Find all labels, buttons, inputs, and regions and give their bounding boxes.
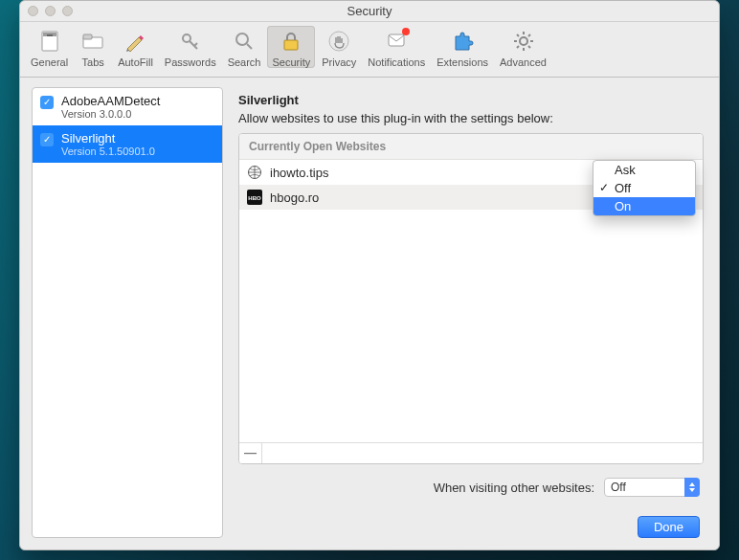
minimize-window-icon[interactable] (45, 6, 56, 16)
plugin-row-silverlight[interactable]: ✓ Silverlight Version 5.1.50901.0 (33, 125, 222, 163)
svg-point-5 (183, 34, 190, 42)
site-name: ihowto.tips (270, 166, 611, 180)
general-icon (36, 28, 63, 55)
dropdown-option-off[interactable]: ✓ Off (593, 179, 695, 197)
gear-icon (510, 28, 537, 55)
tab-passwords[interactable]: Passwords (160, 26, 221, 68)
hand-icon (325, 28, 352, 55)
plugin-checkbox[interactable]: ✓ (40, 133, 54, 146)
globe-icon (247, 165, 262, 180)
svg-text:HBO: HBO (248, 195, 261, 201)
tab-advanced[interactable]: Advanced (495, 26, 551, 68)
done-row: Done (238, 497, 704, 538)
close-window-icon[interactable] (28, 6, 38, 16)
search-icon (231, 28, 258, 55)
tab-autofill[interactable]: AutoFill (113, 26, 158, 68)
tab-privacy[interactable]: Privacy (317, 26, 361, 68)
puzzle-icon (449, 28, 476, 55)
other-websites-select[interactable]: Off (604, 478, 700, 497)
plugin-list[interactable]: ✓ AdobeAAMDetect Version 3.0.0.0 ✓ Silve… (32, 87, 223, 538)
permission-dropdown[interactable]: Ask ✓ Off On (593, 160, 696, 216)
check-icon: ✓ (599, 181, 609, 194)
plugin-name: Silverlight (61, 131, 155, 146)
tab-notifications[interactable]: Notifications (363, 26, 430, 68)
svg-point-6 (236, 34, 248, 45)
tab-extensions[interactable]: Extensions (432, 26, 493, 68)
plugin-checkbox[interactable]: ✓ (40, 96, 54, 109)
remove-site-button[interactable]: — (239, 443, 262, 464)
zoom-window-icon[interactable] (62, 6, 73, 16)
sites-footer: — (239, 442, 703, 463)
sites-header: Currently Open Websites (239, 134, 703, 160)
detail-hint: Allow websites to use this plug-in with … (238, 111, 704, 125)
svg-rect-2 (47, 34, 53, 36)
plugin-row-adobeaamdetect[interactable]: ✓ AdobeAAMDetect Version 3.0.0.0 (33, 88, 222, 125)
svg-rect-4 (83, 34, 92, 39)
tabs-icon (79, 28, 106, 55)
titlebar[interactable]: Security (20, 1, 719, 22)
done-button[interactable]: Done (638, 516, 700, 538)
svg-rect-9 (389, 34, 404, 46)
site-name: hbogo.ro (270, 190, 611, 205)
dropdown-option-ask[interactable]: Ask (593, 161, 695, 179)
other-websites-row: When visiting other websites: Off (238, 464, 704, 497)
tab-general[interactable]: General (26, 26, 73, 68)
svg-point-10 (520, 37, 527, 45)
traffic-lights[interactable] (28, 6, 73, 16)
tab-tabs[interactable]: Tabs (75, 26, 111, 68)
key-icon (177, 28, 204, 55)
lock-icon (278, 28, 304, 55)
autofill-icon (122, 28, 148, 55)
svg-rect-7 (284, 40, 298, 50)
window-title: Security (20, 4, 719, 18)
tab-search[interactable]: Search (223, 26, 266, 68)
other-websites-label: When visiting other websites: (434, 481, 594, 495)
dropdown-option-on[interactable]: On (593, 197, 695, 215)
tab-security[interactable]: Security (267, 26, 315, 68)
detail-title: Silverlight (238, 93, 704, 107)
plugin-detail-pane: Silverlight Allow websites to use this p… (236, 87, 707, 538)
plugin-name: AdobeAAMDetect (61, 94, 160, 108)
plugin-version: Version 3.0.0.0 (61, 108, 160, 120)
plugin-version: Version 5.1.50901.0 (61, 146, 155, 157)
bell-icon (383, 28, 410, 55)
stepper-icon (684, 478, 700, 497)
content-area: ✓ AdobeAAMDetect Version 3.0.0.0 ✓ Silve… (20, 78, 719, 549)
hbo-icon: HBO (247, 190, 262, 205)
preferences-window: Security General Tabs AutoFill Passwords (19, 0, 720, 550)
preferences-toolbar: General Tabs AutoFill Passwords Search (20, 22, 719, 78)
